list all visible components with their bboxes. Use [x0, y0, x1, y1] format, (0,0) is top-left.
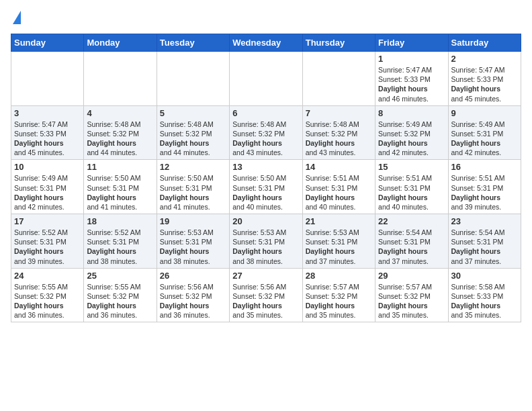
day-info-line: Sunset: 5:32 PM: [87, 291, 153, 301]
calendar-cell: 25Sunrise: 5:55 AMSunset: 5:32 PMDayligh…: [84, 268, 157, 322]
day-info-line: Daylight hoursand 46 minutes.: [378, 84, 445, 103]
day-info-line: Sunset: 5:32 PM: [160, 291, 226, 301]
day-number: 18: [87, 216, 153, 226]
day-info-line: Sunrise: 5:55 AM: [87, 282, 153, 291]
day-info-line: Sunrise: 5:49 AM: [451, 120, 518, 129]
day-info-line: Sunset: 5:31 PM: [232, 237, 299, 246]
calendar-cell: [84, 52, 157, 106]
calendar-cell: 2Sunrise: 5:47 AMSunset: 5:33 PMDaylight…: [448, 52, 521, 106]
calendar-table: SundayMondayTuesdayWednesdayThursdayFrid…: [11, 34, 521, 322]
day-info-line: Sunset: 5:32 PM: [160, 129, 226, 138]
calendar-header-tuesday: Tuesday: [157, 34, 229, 52]
calendar-week-row: 1Sunrise: 5:47 AMSunset: 5:33 PMDaylight…: [11, 52, 521, 106]
day-number: 30: [451, 271, 518, 281]
day-info-line: Sunrise: 5:56 AM: [160, 282, 226, 291]
day-info-line: Daylight hoursand 40 minutes.: [306, 193, 372, 212]
day-number: 6: [232, 108, 299, 118]
calendar-cell: [230, 52, 302, 106]
day-info-line: Sunset: 5:31 PM: [14, 237, 81, 246]
day-number: 29: [378, 271, 445, 281]
day-info-line: Daylight hoursand 41 minutes.: [87, 193, 153, 212]
calendar-header-row: SundayMondayTuesdayWednesdayThursdayFrid…: [11, 34, 521, 52]
calendar-header-sunday: Sunday: [11, 34, 84, 52]
calendar-cell: 30Sunrise: 5:58 AMSunset: 5:33 PMDayligh…: [448, 268, 521, 322]
day-info-line: Sunrise: 5:50 AM: [232, 173, 299, 183]
calendar-cell: 12Sunrise: 5:50 AMSunset: 5:31 PMDayligh…: [157, 160, 229, 214]
day-info-line: Sunrise: 5:50 AM: [160, 173, 226, 183]
day-info-line: Sunset: 5:32 PM: [306, 129, 372, 138]
day-info-line: Daylight hoursand 35 minutes.: [378, 301, 445, 320]
calendar-cell: 4Sunrise: 5:48 AMSunset: 5:32 PMDaylight…: [84, 105, 157, 160]
day-info-line: Sunrise: 5:58 AM: [451, 282, 518, 291]
day-info-line: Daylight hoursand 38 minutes.: [232, 246, 299, 265]
day-info-line: Sunrise: 5:54 AM: [378, 228, 445, 237]
day-info-line: Daylight hoursand 37 minutes.: [306, 246, 372, 265]
day-info-line: Sunset: 5:31 PM: [160, 237, 226, 246]
day-info-line: Sunrise: 5:52 AM: [87, 228, 153, 237]
day-info-line: Daylight hoursand 35 minutes.: [232, 301, 299, 320]
calendar-header-wednesday: Wednesday: [230, 34, 302, 52]
day-info-line: Daylight hoursand 43 minutes.: [232, 138, 299, 157]
day-info-line: Sunrise: 5:51 AM: [306, 173, 372, 183]
day-number: 11: [87, 162, 153, 172]
day-number: 14: [306, 162, 372, 172]
day-info-line: Daylight hoursand 42 minutes.: [378, 138, 445, 157]
day-info-line: Sunrise: 5:47 AM: [14, 120, 81, 129]
day-info-line: Sunset: 5:31 PM: [451, 237, 518, 246]
day-info-line: Sunset: 5:31 PM: [87, 183, 153, 193]
day-info-line: Sunset: 5:31 PM: [87, 237, 153, 246]
calendar-cell: 6Sunrise: 5:48 AMSunset: 5:32 PMDaylight…: [230, 105, 302, 160]
calendar-week-row: 24Sunrise: 5:55 AMSunset: 5:32 PMDayligh…: [11, 268, 521, 322]
day-info-line: Sunset: 5:31 PM: [378, 183, 445, 193]
day-number: 25: [87, 271, 153, 281]
day-info-line: Daylight hoursand 43 minutes.: [306, 138, 372, 157]
calendar-cell: 16Sunrise: 5:51 AMSunset: 5:31 PMDayligh…: [448, 160, 521, 214]
calendar-cell: [302, 52, 375, 106]
calendar-cell: 26Sunrise: 5:56 AMSunset: 5:32 PMDayligh…: [157, 268, 229, 322]
day-info-line: Sunset: 5:31 PM: [306, 237, 372, 246]
day-number: 5: [160, 108, 226, 118]
day-info-line: Daylight hoursand 35 minutes.: [306, 301, 372, 320]
day-number: 9: [451, 108, 518, 118]
day-info-line: Sunset: 5:32 PM: [378, 129, 445, 138]
day-info-line: Sunset: 5:31 PM: [160, 183, 226, 193]
day-info-line: Daylight hoursand 41 minutes.: [160, 193, 226, 212]
calendar-week-row: 10Sunrise: 5:49 AMSunset: 5:31 PMDayligh…: [11, 160, 521, 214]
day-info-line: Sunrise: 5:47 AM: [378, 65, 445, 75]
day-info-line: Sunrise: 5:54 AM: [451, 228, 518, 237]
day-info-line: Sunrise: 5:48 AM: [160, 120, 226, 129]
day-info-line: Sunrise: 5:53 AM: [306, 228, 372, 237]
day-info-line: Daylight hoursand 36 minutes.: [160, 301, 226, 320]
day-info-line: Sunset: 5:32 PM: [87, 129, 153, 138]
day-number: 8: [378, 108, 445, 118]
calendar-cell: 8Sunrise: 5:49 AMSunset: 5:32 PMDaylight…: [375, 105, 448, 160]
day-info-line: Daylight hoursand 42 minutes.: [14, 193, 81, 212]
day-info-line: Daylight hoursand 40 minutes.: [378, 193, 445, 212]
calendar-cell: 13Sunrise: 5:50 AMSunset: 5:31 PMDayligh…: [230, 160, 302, 214]
day-info-line: Sunset: 5:31 PM: [14, 183, 81, 193]
day-number: 27: [232, 271, 299, 281]
day-info-line: Sunrise: 5:49 AM: [14, 173, 81, 183]
day-number: 19: [160, 216, 226, 226]
calendar-cell: 23Sunrise: 5:54 AMSunset: 5:31 PMDayligh…: [448, 214, 521, 269]
calendar-cell: 17Sunrise: 5:52 AMSunset: 5:31 PMDayligh…: [11, 214, 84, 269]
day-number: 10: [14, 162, 81, 172]
day-number: 28: [306, 271, 372, 281]
day-info-line: Daylight hoursand 35 minutes.: [451, 301, 518, 320]
day-info-line: Daylight hoursand 38 minutes.: [160, 246, 226, 265]
day-info-line: Daylight hoursand 36 minutes.: [87, 301, 153, 320]
calendar-header-saturday: Saturday: [448, 34, 521, 52]
day-info-line: Sunrise: 5:51 AM: [378, 173, 445, 183]
day-info-line: Daylight hoursand 45 minutes.: [451, 84, 518, 103]
logo-triangle-icon: [13, 11, 21, 24]
day-info-line: Sunset: 5:31 PM: [306, 183, 372, 193]
day-info-line: Sunrise: 5:56 AM: [232, 282, 299, 291]
day-info-line: Sunset: 5:32 PM: [14, 291, 81, 301]
calendar-cell: [157, 52, 229, 106]
calendar-cell: 5Sunrise: 5:48 AMSunset: 5:32 PMDaylight…: [157, 105, 229, 160]
day-number: 3: [14, 108, 81, 118]
day-info-line: Daylight hoursand 36 minutes.: [14, 301, 81, 320]
calendar-cell: 29Sunrise: 5:57 AMSunset: 5:32 PMDayligh…: [375, 268, 448, 322]
calendar-cell: 28Sunrise: 5:57 AMSunset: 5:32 PMDayligh…: [302, 268, 375, 322]
day-number: 13: [232, 162, 299, 172]
